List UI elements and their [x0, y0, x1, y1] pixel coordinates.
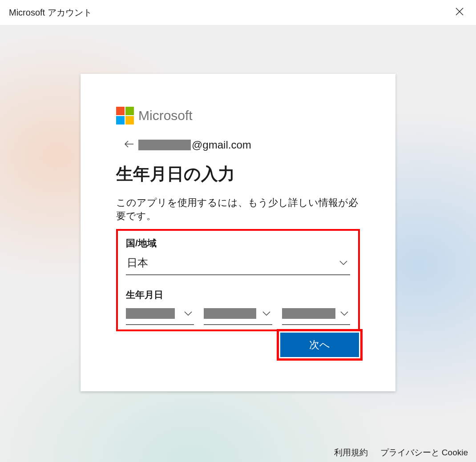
page-heading: 生年月日の入力: [116, 163, 360, 185]
privacy-link[interactable]: プライバシーと Cookie: [380, 447, 468, 458]
titlebar: Microsoft アカウント: [0, 0, 476, 25]
window-title: Microsoft アカウント: [9, 7, 92, 19]
page-subtext: このアプリを使用するには、もう少し詳しい情報が必要です。: [116, 196, 360, 223]
brand-name: Microsoft: [138, 108, 193, 123]
redacted-day: [282, 308, 335, 319]
birth-day-select[interactable]: [282, 305, 350, 325]
form-highlight-box: 国/地域 日本 生年月日: [116, 229, 360, 331]
email-suffix: @gmail.com: [192, 139, 251, 151]
next-button[interactable]: 次へ: [280, 333, 359, 357]
back-arrow-icon[interactable]: [124, 139, 134, 151]
country-value: 日本: [127, 256, 148, 270]
redacted-email-local: [138, 140, 191, 150]
chevron-down-icon: [262, 309, 270, 317]
signin-card: Microsoft @gmail.com 生年月日の入力 このアプリを使用するに…: [81, 74, 395, 391]
brand-row: Microsoft: [116, 107, 360, 125]
chevron-down-icon: [184, 309, 192, 317]
button-highlight-box: 次へ: [277, 329, 363, 361]
birth-month-select[interactable]: [204, 305, 272, 325]
microsoft-logo-icon: [116, 107, 134, 125]
redacted-month: [204, 308, 256, 319]
identity-row: @gmail.com: [116, 139, 360, 151]
chevron-down-icon: [340, 309, 348, 317]
country-field: 国/地域 日本: [126, 237, 350, 275]
birth-label: 生年月日: [126, 289, 350, 301]
redacted-year: [126, 308, 175, 319]
chevron-down-icon: [339, 259, 347, 267]
close-icon[interactable]: [452, 4, 467, 21]
birth-field: 生年月日: [126, 289, 350, 325]
backdrop: Microsoft @gmail.com 生年月日の入力 このアプリを使用するに…: [0, 25, 476, 462]
terms-link[interactable]: 利用規約: [334, 447, 368, 458]
account-email: @gmail.com: [138, 139, 251, 151]
country-select[interactable]: 日本: [126, 253, 350, 275]
birth-year-select[interactable]: [126, 305, 194, 325]
footer-links: 利用規約 プライバシーと Cookie: [334, 447, 468, 458]
country-label: 国/地域: [126, 237, 350, 249]
